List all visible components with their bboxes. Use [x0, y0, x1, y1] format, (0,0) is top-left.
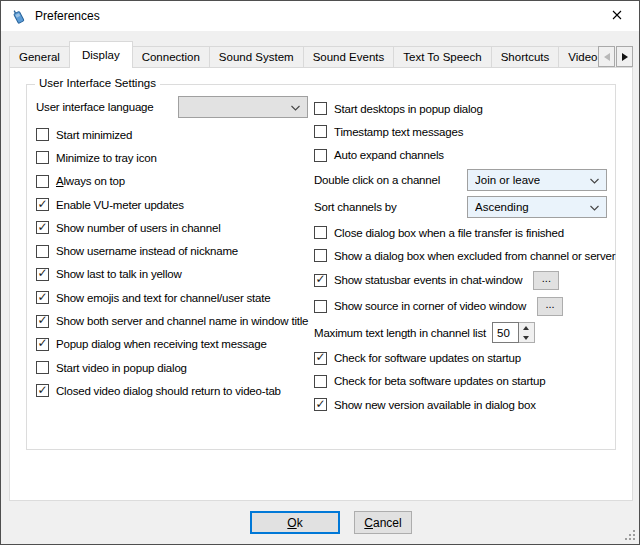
- tab-label: Sound Events: [313, 51, 385, 63]
- dots-triangle-icon: [633, 538, 635, 540]
- checkbox-box: [36, 291, 49, 304]
- tab-label: Display: [82, 49, 120, 61]
- checkbox-show-dialog-excluded[interactable]: Show a dialog box when excluded from cha…: [314, 244, 636, 267]
- checkbox-label: Check for software updates on startup: [334, 352, 521, 364]
- checkbox-start-minimized[interactable]: Start minimized: [36, 123, 308, 146]
- checkbox-show-last-to-talk-in-yellow[interactable]: Show last to talk in yellow: [36, 263, 308, 286]
- checkbox-minimize-to-tray-icon[interactable]: Minimize to tray icon: [36, 146, 308, 169]
- checkbox-auto-expand-channels[interactable]: Auto expand channels: [314, 144, 636, 167]
- checkbox-box: [36, 221, 49, 234]
- title-bar: Preferences: [1, 1, 639, 31]
- tab-label: General: [19, 51, 60, 63]
- preferences-dialog: Preferences General Display Connection S…: [0, 0, 640, 545]
- checkbox-start-desktops-in-popup[interactable]: Start desktops in popup dialog: [314, 97, 636, 120]
- checkbox-label: Show both server and channel name in win…: [56, 315, 308, 327]
- tab-sound-events[interactable]: Sound Events: [303, 46, 395, 68]
- checkbox-label: Show username instead of nickname: [56, 245, 238, 257]
- triangle-down-icon: [523, 336, 529, 340]
- language-select[interactable]: [178, 96, 308, 118]
- max-text-length-spinner: 50: [492, 322, 535, 343]
- spin-up-button[interactable]: [519, 323, 534, 333]
- close-button[interactable]: [594, 1, 639, 30]
- cancel-button-label: Cancel: [364, 516, 401, 530]
- double-click-select[interactable]: Join or leave: [467, 169, 607, 191]
- checkbox-label: Show a dialog box when excluded from cha…: [334, 250, 615, 262]
- tab-text-to-speech[interactable]: Text To Speech: [393, 46, 491, 68]
- checkbox-popup-dialog-text-message[interactable]: Popup dialog when receiving text message: [36, 333, 308, 356]
- statusbar-events-more-button[interactable]: ...: [533, 271, 559, 290]
- checkbox-label: Closed video dialog should return to vid…: [56, 385, 281, 397]
- checkbox-label: Show source in corner of video window: [334, 300, 526, 312]
- checkbox-label: Timestamp text messages: [334, 126, 463, 138]
- checkbox-box: [314, 226, 327, 239]
- video-source-more-button[interactable]: ...: [537, 297, 563, 316]
- checkbox-label: Show new version available in dialog box: [334, 399, 536, 411]
- language-row: User interface language: [36, 95, 308, 119]
- checkbox-box: [36, 245, 49, 258]
- checkbox-show-source-video-window[interactable]: Show source in corner of video window ..…: [314, 293, 636, 319]
- triangle-up-icon: [523, 326, 529, 330]
- tab-scroll-right-button[interactable]: [616, 46, 633, 67]
- tab-label: Sound System: [219, 51, 294, 63]
- checkbox-label: Auto expand channels: [334, 149, 444, 161]
- max-text-length-input[interactable]: 50: [492, 322, 519, 343]
- checkbox-enable-vu-meter-updates[interactable]: Enable VU-meter updates: [36, 193, 308, 216]
- tab-display[interactable]: Display: [69, 41, 133, 68]
- checkbox-show-emojis-and-text[interactable]: Show emojis and text for channel/user st…: [36, 286, 308, 309]
- checkbox-check-software-updates[interactable]: Check for software updates on startup: [314, 346, 636, 369]
- tab-general[interactable]: General: [9, 46, 70, 68]
- checkbox-box: [314, 249, 327, 262]
- max-text-length-label: Maximum text length in channel list: [314, 327, 486, 339]
- checkbox-box: [314, 375, 327, 388]
- checkbox-box: [314, 149, 327, 162]
- cancel-button[interactable]: Cancel: [354, 511, 412, 534]
- tab-connection[interactable]: Connection: [132, 46, 210, 68]
- checkbox-label: Minimize to tray icon: [56, 152, 157, 164]
- checkbox-box: [36, 384, 49, 397]
- tab-shortcuts[interactable]: Shortcuts: [491, 46, 560, 68]
- checkbox-label: Always on top: [56, 175, 125, 187]
- resize-grip[interactable]: [624, 529, 636, 541]
- checkbox-label: Start video in popup dialog: [56, 362, 187, 374]
- tab-scroll-left-button[interactable]: [598, 46, 615, 67]
- checkbox-check-beta-updates[interactable]: Check for beta software updates on start…: [314, 370, 636, 393]
- checkbox-label: Show emojis and text for channel/user st…: [56, 292, 271, 304]
- tab-label: Video: [568, 51, 597, 63]
- checkbox-closed-video-return-video-tab[interactable]: Closed video dialog should return to vid…: [36, 379, 308, 402]
- checkbox-close-dialog-file-transfer[interactable]: Close dialog box when a file transfer is…: [314, 221, 636, 244]
- tab-scroll-buttons: [597, 46, 633, 67]
- checkbox-show-server-and-channel-in-title[interactable]: Show both server and channel name in win…: [36, 309, 308, 332]
- double-click-row: Double click on a channel Join or leave: [314, 167, 636, 194]
- checkbox-show-new-version-dialog[interactable]: Show new version available in dialog box: [314, 393, 636, 416]
- tab-label: Connection: [142, 51, 200, 63]
- checkbox-start-video-in-popup[interactable]: Start video in popup dialog: [36, 356, 308, 379]
- checkbox-always-on-top[interactable]: Always on top: [36, 170, 308, 193]
- max-text-length-row: Maximum text length in channel list 50: [314, 319, 636, 346]
- checkbox-label: Start desktops in popup dialog: [334, 103, 483, 115]
- checkbox-box: [36, 151, 49, 164]
- checkbox-box: [314, 398, 327, 411]
- checkbox-box: [314, 102, 327, 115]
- spin-down-button[interactable]: [519, 333, 534, 343]
- close-icon: [612, 10, 622, 22]
- tab-label: Text To Speech: [403, 51, 481, 63]
- triangle-left-icon: [604, 53, 610, 61]
- checkbox-label: Show number of users in channel: [56, 222, 220, 234]
- display-tab-panel: User Interface Settings User interface l…: [9, 67, 633, 501]
- checkbox-box: [314, 125, 327, 138]
- checkbox-timestamp-text-messages[interactable]: Timestamp text messages: [314, 120, 636, 143]
- group-title: User Interface Settings: [35, 77, 160, 89]
- checkbox-show-username-instead-of-nickname[interactable]: Show username instead of nickname: [36, 239, 308, 262]
- checkbox-show-number-of-users[interactable]: Show number of users in channel: [36, 216, 308, 239]
- double-click-label: Double click on a channel: [314, 174, 467, 186]
- double-click-value: Join or leave: [475, 174, 540, 186]
- checkbox-box: [314, 352, 327, 365]
- tab-sound-system[interactable]: Sound System: [209, 46, 304, 68]
- sort-channels-select[interactable]: Ascending: [467, 196, 607, 218]
- group-user-interface-settings: User Interface Settings User interface l…: [26, 84, 616, 450]
- checkbox-label: Check for beta software updates on start…: [334, 375, 546, 387]
- ok-button[interactable]: Ok: [250, 511, 340, 534]
- checkbox-show-statusbar-events[interactable]: Show statusbar events in chat-window ...: [314, 267, 636, 293]
- left-column: User interface language Start minimized …: [36, 95, 308, 403]
- ok-button-label: Ok: [287, 516, 302, 530]
